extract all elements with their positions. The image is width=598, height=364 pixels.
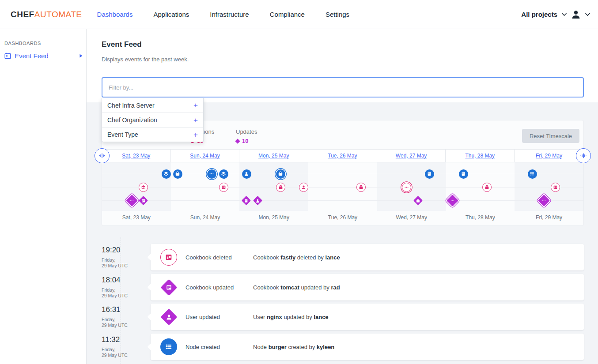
axis-day-label: Tue, 26 May xyxy=(308,214,377,221)
chef-automate-logo[interactable]: CHEFAUTOMATE xyxy=(11,10,82,19)
desc-actor: kyleen xyxy=(317,344,334,350)
list-icon xyxy=(530,171,535,176)
event-marker-deleted[interactable] xyxy=(402,183,411,192)
person-icon xyxy=(166,314,172,320)
day-header-cell: Sun, 24 May xyxy=(171,150,240,162)
day-header-cell: Sat, 23 May xyxy=(102,150,171,162)
event-type-icon xyxy=(160,249,177,266)
timeline-day-link[interactable]: Tue, 26 May xyxy=(328,153,357,159)
event-card[interactable]: User updated User nginx updated by lance xyxy=(151,304,584,330)
plus-icon[interactable]: + xyxy=(193,116,198,124)
event-marker-created[interactable] xyxy=(459,169,468,179)
event-marker-created[interactable] xyxy=(207,169,216,179)
event-marker-created[interactable] xyxy=(162,169,171,179)
event-marker-created[interactable] xyxy=(219,169,228,179)
event-description: User nginx updated by lance xyxy=(253,314,329,320)
cookbook-icon xyxy=(553,185,558,190)
desc-middle: updated by xyxy=(301,284,329,291)
filter-category-chef-organization[interactable]: Chef Organization + xyxy=(102,113,203,127)
guitar-string-line xyxy=(102,187,583,188)
plus-icon[interactable]: + xyxy=(193,131,198,139)
cookbook-icon xyxy=(165,253,173,261)
topnav-right: All projects xyxy=(521,10,598,19)
bag-icon xyxy=(484,185,489,190)
event-marker-deleted[interactable] xyxy=(482,183,492,192)
timescale-handle-left[interactable] xyxy=(95,148,110,163)
layers-icon xyxy=(141,185,146,190)
event-card[interactable]: Cookbook updated Cookbook tomcat updated… xyxy=(151,274,584,300)
chevron-right-icon xyxy=(79,54,83,58)
day-column-stripe xyxy=(377,162,446,211)
filter-input[interactable] xyxy=(102,77,584,98)
nav-item-settings[interactable]: Settings xyxy=(325,11,349,18)
bag-icon xyxy=(416,198,420,203)
bag-icon xyxy=(175,171,180,176)
timescale-handle-right[interactable] xyxy=(576,148,591,163)
desc-prefix: Cookbook xyxy=(253,284,279,291)
diamond-marker-icon xyxy=(235,139,240,143)
timeline-axis: Sat, 23 MaySun, 24 MayMon, 25 MayTue, 26… xyxy=(102,211,583,226)
event-marker-created[interactable] xyxy=(276,169,285,179)
counter-count: 10 xyxy=(242,138,248,144)
timeline-day-link[interactable]: Wed, 27 May xyxy=(396,153,427,159)
dots-icon xyxy=(129,198,134,203)
cookbook-icon xyxy=(141,198,145,203)
counter-updates: Updates 10 xyxy=(236,128,257,144)
event-marker-created[interactable] xyxy=(242,169,251,179)
chevron-down-icon[interactable] xyxy=(562,13,567,16)
event-marker-deleted[interactable] xyxy=(219,183,228,192)
timeline-day-link[interactable]: Thu, 28 May xyxy=(465,153,495,159)
bag-icon xyxy=(359,185,363,190)
desc-middle: created by xyxy=(288,344,315,350)
event-marker-created[interactable] xyxy=(528,169,537,179)
filter-category-event-type[interactable]: Event Type + xyxy=(102,127,203,142)
event-marker-created[interactable] xyxy=(173,169,182,179)
desc-actor: rad xyxy=(331,284,340,291)
event-time: 11:32 xyxy=(102,335,120,344)
day-column-stripe xyxy=(515,162,583,211)
reset-timescale-button[interactable]: Reset Timescale xyxy=(522,129,579,143)
nav-item-compliance[interactable]: Compliance xyxy=(270,11,305,18)
event-marker-deleted[interactable] xyxy=(139,183,148,192)
timeline-day-link[interactable]: Mon, 25 May xyxy=(258,153,289,159)
slider-grip-icon xyxy=(580,152,587,159)
axis-day-label: Fri, 29 May xyxy=(515,214,583,221)
card-notch xyxy=(148,343,155,351)
event-marker-deleted[interactable] xyxy=(356,183,366,192)
event-card[interactable]: Node created Node burger created by kyle… xyxy=(151,334,584,360)
sidebar-item-label: Event Feed xyxy=(15,52,49,60)
event-time: 19:20 xyxy=(102,246,121,255)
person-icon xyxy=(255,198,260,203)
event-marker-deleted[interactable] xyxy=(276,183,285,192)
sidebar-item-event-feed[interactable]: Event Feed xyxy=(4,52,83,60)
timeline-day-link[interactable]: Sat, 23 May xyxy=(122,153,150,159)
event-date-line2: 29 May UTC xyxy=(102,263,128,269)
timeline-day-link[interactable]: Fri, 29 May xyxy=(536,153,562,159)
desc-actor: lance xyxy=(314,314,328,320)
bag-icon xyxy=(278,171,283,176)
nav-item-infrastructure[interactable]: Infrastructure xyxy=(210,11,249,18)
desc-prefix: Cookbook xyxy=(253,254,279,261)
timeline-day-header: Sat, 23 MaySun, 24 MayMon, 25 MayTue, 26… xyxy=(102,149,583,162)
nav-item-applications[interactable]: Applications xyxy=(153,11,189,18)
day-header-cell: Tue, 26 May xyxy=(308,150,377,162)
main-nav: DashboardsApplicationsInfrastructureComp… xyxy=(97,11,350,18)
event-marker-deleted[interactable] xyxy=(551,183,560,192)
event-date-line2: 29 May UTC xyxy=(102,323,128,328)
plus-icon[interactable]: + xyxy=(193,101,198,109)
event-card[interactable]: Cookbook deleted Cookbook fastly deleted… xyxy=(151,244,584,270)
filter-category-chef-infra-server[interactable]: Chef Infra Server + xyxy=(102,98,203,113)
timeline-day-link[interactable]: Sun, 24 May xyxy=(190,153,220,159)
calendar-icon xyxy=(4,53,11,59)
event-marker-created[interactable] xyxy=(425,169,434,179)
chevron-down-icon[interactable] xyxy=(585,13,590,16)
nav-item-dashboards[interactable]: Dashboards xyxy=(97,11,133,18)
event-marker-deleted[interactable] xyxy=(299,183,308,192)
node-icon xyxy=(461,171,466,176)
desc-actor: lance xyxy=(325,254,340,261)
bag-icon xyxy=(278,185,283,190)
projects-filter-button[interactable]: All projects xyxy=(521,11,557,18)
day-header-cell: Wed, 27 May xyxy=(377,150,446,162)
user-profile-icon[interactable] xyxy=(571,10,581,19)
event-marker-updated[interactable] xyxy=(447,195,458,206)
